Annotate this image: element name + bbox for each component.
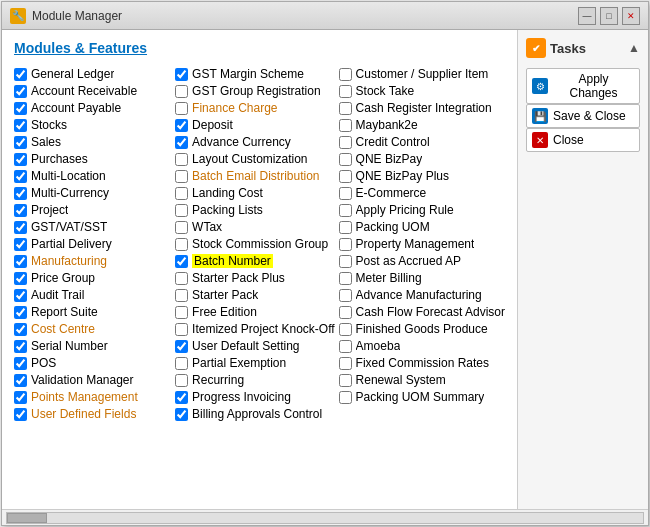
- module-item[interactable]: Billing Approvals Control: [175, 406, 335, 422]
- module-item[interactable]: User Defined Fields: [14, 406, 171, 422]
- module-checkbox[interactable]: [339, 68, 352, 81]
- module-item[interactable]: Fixed Commission Rates: [339, 355, 505, 371]
- module-checkbox[interactable]: [14, 221, 27, 234]
- module-item[interactable]: Stock Commission Group: [175, 236, 335, 252]
- module-checkbox[interactable]: [14, 340, 27, 353]
- module-checkbox[interactable]: [339, 221, 352, 234]
- module-item[interactable]: Packing UOM: [339, 219, 505, 235]
- module-checkbox[interactable]: [339, 306, 352, 319]
- module-checkbox[interactable]: [175, 170, 188, 183]
- module-checkbox[interactable]: [339, 102, 352, 115]
- module-item[interactable]: Itemized Project Knock-Off: [175, 321, 335, 337]
- module-checkbox[interactable]: [14, 119, 27, 132]
- module-item[interactable]: Amoeba: [339, 338, 505, 354]
- module-item[interactable]: WTax: [175, 219, 335, 235]
- module-item[interactable]: Project: [14, 202, 171, 218]
- module-item[interactable]: Account Payable: [14, 100, 171, 116]
- module-checkbox[interactable]: [14, 68, 27, 81]
- module-checkbox[interactable]: [14, 255, 27, 268]
- module-item[interactable]: GST/VAT/SST: [14, 219, 171, 235]
- module-item[interactable]: Points Management: [14, 389, 171, 405]
- module-item[interactable]: Cash Register Integration: [339, 100, 505, 116]
- module-checkbox[interactable]: [175, 102, 188, 115]
- module-checkbox[interactable]: [14, 306, 27, 319]
- module-checkbox[interactable]: [339, 238, 352, 251]
- close-button[interactable]: ✕: [622, 7, 640, 25]
- module-item[interactable]: Multi-Currency: [14, 185, 171, 201]
- module-checkbox[interactable]: [339, 187, 352, 200]
- module-checkbox[interactable]: [175, 85, 188, 98]
- module-checkbox[interactable]: [14, 391, 27, 404]
- module-item[interactable]: Progress Invoicing: [175, 389, 335, 405]
- module-item[interactable]: Validation Manager: [14, 372, 171, 388]
- module-item[interactable]: Partial Exemption: [175, 355, 335, 371]
- module-item[interactable]: GST Group Registration: [175, 83, 335, 99]
- module-item[interactable]: Multi-Location: [14, 168, 171, 184]
- module-item[interactable]: Sales: [14, 134, 171, 150]
- horizontal-scrollbar[interactable]: [2, 509, 648, 525]
- module-checkbox[interactable]: [175, 272, 188, 285]
- module-item[interactable]: Finished Goods Produce: [339, 321, 505, 337]
- module-checkbox[interactable]: [175, 289, 188, 302]
- module-item[interactable]: Starter Pack: [175, 287, 335, 303]
- module-item[interactable]: Deposit: [175, 117, 335, 133]
- module-checkbox[interactable]: [339, 170, 352, 183]
- task-button-save[interactable]: 💾Save & Close: [526, 104, 640, 128]
- module-item[interactable]: Advance Manufacturing: [339, 287, 505, 303]
- module-checkbox[interactable]: [14, 170, 27, 183]
- module-item[interactable]: Batch Email Distribution: [175, 168, 335, 184]
- module-checkbox[interactable]: [14, 238, 27, 251]
- module-checkbox[interactable]: [14, 204, 27, 217]
- module-item[interactable]: Batch Number: [175, 253, 335, 269]
- scrollbar-track[interactable]: [6, 512, 644, 524]
- module-checkbox[interactable]: [339, 357, 352, 370]
- maximize-button[interactable]: □: [600, 7, 618, 25]
- module-item[interactable]: Account Receivable: [14, 83, 171, 99]
- module-checkbox[interactable]: [339, 204, 352, 217]
- module-item[interactable]: Manufacturing: [14, 253, 171, 269]
- module-checkbox[interactable]: [14, 102, 27, 115]
- module-checkbox[interactable]: [339, 255, 352, 268]
- module-checkbox[interactable]: [175, 391, 188, 404]
- module-item[interactable]: Purchases: [14, 151, 171, 167]
- module-item[interactable]: Partial Delivery: [14, 236, 171, 252]
- module-checkbox[interactable]: [175, 357, 188, 370]
- module-item[interactable]: Credit Control: [339, 134, 505, 150]
- module-checkbox[interactable]: [339, 153, 352, 166]
- module-checkbox[interactable]: [175, 221, 188, 234]
- module-item[interactable]: Meter Billing: [339, 270, 505, 286]
- module-item[interactable]: General Ledger: [14, 66, 171, 82]
- module-item[interactable]: Landing Cost: [175, 185, 335, 201]
- module-checkbox[interactable]: [175, 153, 188, 166]
- module-checkbox[interactable]: [14, 136, 27, 149]
- module-checkbox[interactable]: [339, 119, 352, 132]
- minimize-button[interactable]: —: [578, 7, 596, 25]
- module-checkbox[interactable]: [175, 255, 188, 268]
- module-checkbox[interactable]: [175, 374, 188, 387]
- module-checkbox[interactable]: [14, 374, 27, 387]
- module-item[interactable]: Renewal System: [339, 372, 505, 388]
- module-item[interactable]: Maybank2e: [339, 117, 505, 133]
- module-checkbox[interactable]: [175, 68, 188, 81]
- module-checkbox[interactable]: [339, 136, 352, 149]
- module-checkbox[interactable]: [339, 340, 352, 353]
- module-item[interactable]: User Default Setting: [175, 338, 335, 354]
- module-checkbox[interactable]: [339, 391, 352, 404]
- module-checkbox[interactable]: [339, 272, 352, 285]
- module-checkbox[interactable]: [14, 289, 27, 302]
- module-checkbox[interactable]: [14, 323, 27, 336]
- scrollbar-thumb[interactable]: [7, 513, 47, 523]
- module-item[interactable]: Audit Trail: [14, 287, 171, 303]
- module-checkbox[interactable]: [14, 187, 27, 200]
- module-checkbox[interactable]: [14, 408, 27, 421]
- module-item[interactable]: Packing UOM Summary: [339, 389, 505, 405]
- module-checkbox[interactable]: [175, 187, 188, 200]
- collapse-button[interactable]: ▲: [628, 41, 640, 55]
- module-item[interactable]: QNE BizPay: [339, 151, 505, 167]
- module-item[interactable]: Price Group: [14, 270, 171, 286]
- module-checkbox[interactable]: [175, 340, 188, 353]
- module-item[interactable]: Stocks: [14, 117, 171, 133]
- module-item[interactable]: Advance Currency: [175, 134, 335, 150]
- module-item[interactable]: Recurring: [175, 372, 335, 388]
- module-item[interactable]: Layout Customization: [175, 151, 335, 167]
